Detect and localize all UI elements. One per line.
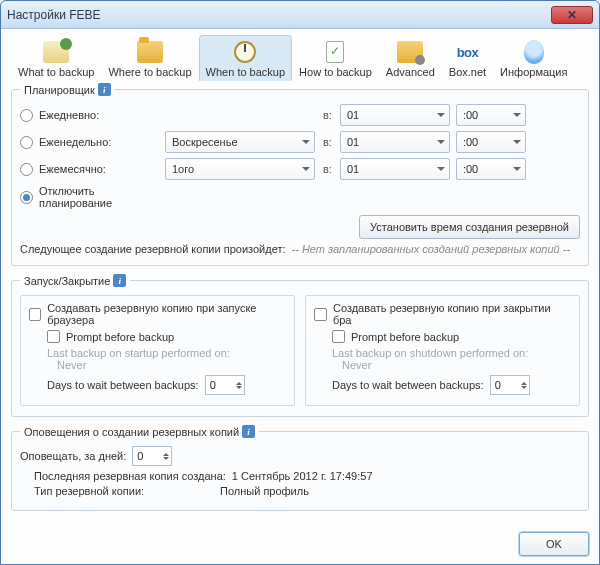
chevron-down-icon xyxy=(513,167,521,171)
clock-icon xyxy=(234,41,256,63)
remind-label: Оповещать, за дней: xyxy=(20,450,126,462)
label-weekly: Еженедельно: xyxy=(39,136,159,148)
tab-info[interactable]: Информация xyxy=(493,35,574,81)
chevron-down-icon xyxy=(302,167,310,171)
ok-button[interactable]: OK xyxy=(519,532,589,556)
label-monthly: Ежемесячно: xyxy=(39,163,159,175)
footer: OK xyxy=(11,526,589,556)
chevron-down-icon xyxy=(163,457,169,460)
chevron-up-icon xyxy=(163,453,169,456)
radio-disable[interactable] xyxy=(20,191,33,204)
close-button[interactable]: ✕ xyxy=(551,6,593,24)
tab-when-to-backup[interactable]: When to backup xyxy=(199,35,293,81)
monthday-dropdown[interactable]: 1ого xyxy=(165,158,315,180)
settings-window: Настройки FEBE ✕ What to backup Where to… xyxy=(0,0,600,565)
minute-dropdown-daily[interactable]: :00 xyxy=(456,104,526,126)
minute-dropdown-weekly[interactable]: :00 xyxy=(456,131,526,153)
hour-dropdown-weekly[interactable]: 01 xyxy=(340,131,450,153)
disk-icon xyxy=(43,41,69,63)
minute-dropdown-monthly[interactable]: :00 xyxy=(456,158,526,180)
checkbox-backup-on-startup[interactable] xyxy=(29,308,41,321)
hour-dropdown-monthly[interactable]: 01 xyxy=(340,158,450,180)
folder-icon xyxy=(137,41,163,63)
gear-folder-icon xyxy=(397,41,423,63)
backup-type-label: Тип резервной копии: xyxy=(34,485,214,497)
startstop-group: Запуск/Закрытиеi Создавать резервную коп… xyxy=(11,274,589,417)
content-area: What to backup Where to backup When to b… xyxy=(1,29,599,564)
radio-daily[interactable] xyxy=(20,109,33,122)
shutdown-column: Создавать резервную копию при закрытии б… xyxy=(305,295,580,406)
tab-advanced[interactable]: Advanced xyxy=(379,35,442,81)
days-wait-startup-stepper[interactable]: 0 xyxy=(205,375,245,395)
chevron-down-icon xyxy=(437,113,445,117)
radio-weekly[interactable] xyxy=(20,136,33,149)
days-wait-shutdown-stepper[interactable]: 0 xyxy=(490,375,530,395)
chevron-up-icon xyxy=(236,382,242,385)
info-icon[interactable]: i xyxy=(98,83,111,96)
alerts-legend: Оповещения о создании резервных копийi xyxy=(20,425,259,438)
next-backup-value: -- Нет запланированных созданий резервны… xyxy=(292,243,571,255)
last-backup-value: 1 Сентябрь 2012 г. 17:49:57 xyxy=(232,470,373,482)
chevron-down-icon xyxy=(513,140,521,144)
info-icon[interactable]: i xyxy=(113,274,126,287)
next-backup-label: Следующее создание резервной копии произ… xyxy=(20,243,286,255)
chevron-down-icon xyxy=(302,140,310,144)
remind-days-stepper[interactable]: 0 xyxy=(132,446,172,466)
tab-where-to-backup[interactable]: Where to backup xyxy=(101,35,198,81)
radio-monthly[interactable] xyxy=(20,163,33,176)
chevron-down-icon xyxy=(513,113,521,117)
chevron-down-icon xyxy=(236,386,242,389)
alerts-group: Оповещения о создании резервных копийi О… xyxy=(11,425,589,511)
chevron-down-icon xyxy=(521,386,527,389)
close-icon: ✕ xyxy=(567,8,577,22)
checklist-icon xyxy=(326,41,344,63)
last-startup-value: Never xyxy=(57,359,286,371)
last-backup-label: Последняя резервная копия создана: xyxy=(34,470,226,482)
window-title: Настройки FEBE xyxy=(7,8,101,22)
checkbox-prompt-startup[interactable] xyxy=(47,330,60,343)
box-icon: box xyxy=(453,45,481,60)
tab-bar: What to backup Where to backup When to b… xyxy=(11,35,589,81)
backup-type-value: Полный профиль xyxy=(220,485,309,497)
last-startup-label: Last backup on startup performed on: xyxy=(47,347,286,359)
chevron-down-icon xyxy=(437,167,445,171)
info-icon[interactable]: i xyxy=(242,425,255,438)
checkbox-backup-on-shutdown[interactable] xyxy=(314,308,327,321)
tab-how-to-backup[interactable]: How to backup xyxy=(292,35,379,81)
last-shutdown-label: Last backup on shutdown performed on: xyxy=(332,347,571,359)
last-shutdown-value: Never xyxy=(342,359,571,371)
weekday-dropdown[interactable]: Воскресенье xyxy=(165,131,315,153)
tab-boxnet[interactable]: boxBox.net xyxy=(442,35,493,81)
titlebar[interactable]: Настройки FEBE ✕ xyxy=(1,1,599,29)
startup-column: Создавать резервную копию при запуске бр… xyxy=(20,295,295,406)
scheduler-legend: Планировщикi xyxy=(20,83,115,96)
label-daily: Ежедневно: xyxy=(39,109,159,121)
set-backup-time-button[interactable]: Установить время создания резервной xyxy=(359,215,580,239)
lightbulb-icon xyxy=(524,40,544,64)
hour-dropdown-daily[interactable]: 01 xyxy=(340,104,450,126)
startstop-legend: Запуск/Закрытиеi xyxy=(20,274,130,287)
chevron-down-icon xyxy=(437,140,445,144)
tab-what-to-backup[interactable]: What to backup xyxy=(11,35,101,81)
chevron-up-icon xyxy=(521,382,527,385)
label-disable: Отключить планирование xyxy=(39,185,159,209)
checkbox-prompt-shutdown[interactable] xyxy=(332,330,345,343)
scheduler-group: Планировщикi Ежедневно: в: 01 :00 Еженед… xyxy=(11,83,589,266)
